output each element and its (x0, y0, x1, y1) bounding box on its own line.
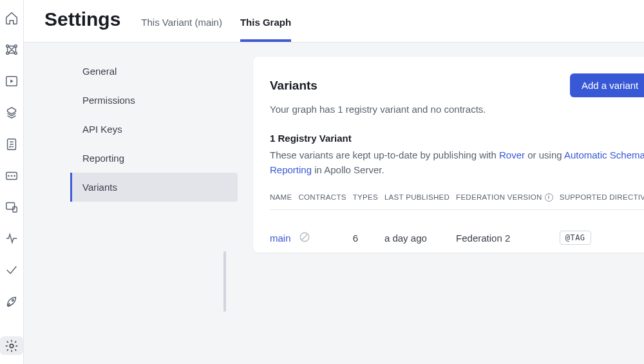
tab-this-variant[interactable]: This Variant (main) (141, 17, 222, 42)
svg-point-9 (14, 176, 15, 177)
checks-icon[interactable] (0, 261, 23, 280)
clients-icon[interactable] (0, 198, 23, 216)
svg-point-13 (10, 344, 14, 348)
sidenav-general[interactable]: General (70, 57, 238, 86)
svg-point-3 (15, 52, 17, 55)
col-federation-version: FEDERATION VERSION i (456, 188, 560, 210)
variants-table: NAME CONTRACTS TYPES LAST PUBLISHED FEDE… (270, 188, 644, 263)
sidenav-variants[interactable]: Variants (70, 173, 238, 202)
graph-icon[interactable] (0, 41, 23, 59)
svg-point-8 (11, 176, 12, 177)
col-name: NAME (270, 188, 298, 210)
add-variant-button-group: Add a variant (570, 73, 644, 97)
cell-last-published: a day ago (384, 209, 456, 263)
page-header: Settings This Variant (main) This Graph (24, 0, 644, 43)
sidenav-reporting[interactable]: Reporting (70, 144, 238, 173)
info-icon[interactable]: i (545, 193, 553, 202)
home-icon[interactable] (0, 9, 23, 28)
svg-point-0 (6, 45, 9, 48)
svg-rect-10 (6, 203, 15, 209)
cell-federation-version: Federation 2 (456, 209, 560, 263)
desc-text-2: or using (525, 149, 564, 160)
desc-text: These variants are kept up-to-date by pu… (270, 149, 499, 160)
launches-icon[interactable] (0, 292, 23, 311)
col-contracts: CONTRACTS (298, 188, 352, 210)
no-contracts-icon (298, 231, 311, 244)
directive-chip: @TAG (560, 231, 591, 245)
changelog-icon[interactable] (0, 135, 23, 153)
main-area: Settings This Variant (main) This Graph … (24, 0, 644, 364)
col-supported-directives: SUPPORTED DIRECTIVES (560, 188, 644, 210)
rover-link[interactable]: Rover (499, 149, 525, 160)
table-row: main 6 a day ago Federation 2 @TAG °°° (270, 209, 644, 263)
page-title: Settings (44, 8, 120, 42)
desc-text-3: in Apollo Server. (312, 164, 384, 175)
svg-point-2 (6, 52, 9, 55)
svg-point-12 (12, 300, 14, 302)
col-last-published: LAST PUBLISHED (384, 188, 456, 210)
fields-icon[interactable] (0, 166, 23, 185)
variant-name-link[interactable]: main (270, 233, 291, 244)
panel-title: Variants (270, 79, 317, 93)
svg-point-7 (8, 176, 9, 177)
scroll-indicator[interactable] (223, 251, 226, 312)
left-rail (0, 0, 24, 364)
operations-icon[interactable] (0, 229, 23, 248)
cell-types: 6 (353, 209, 384, 263)
settings-icon[interactable] (0, 336, 23, 355)
registry-heading: 1 Registry Variant (270, 133, 644, 144)
col-federation-version-label: FEDERATION VERSION (456, 193, 542, 201)
panel-subtitle: Your graph has 1 registry variant and no… (270, 104, 644, 115)
explorer-icon[interactable] (0, 72, 23, 91)
settings-sidenav: General Permissions API Keys Reporting V… (24, 57, 238, 350)
svg-point-1 (15, 45, 17, 48)
subgraphs-icon[interactable] (0, 103, 23, 122)
col-types: TYPES (353, 188, 384, 210)
header-tabs: This Variant (main) This Graph (141, 0, 291, 42)
sidenav-permissions[interactable]: Permissions (70, 86, 238, 115)
registry-description: These variants are kept up-to-date by pu… (270, 148, 644, 178)
tab-this-graph[interactable]: This Graph (240, 17, 291, 42)
sidenav-apikeys[interactable]: API Keys (70, 115, 238, 144)
add-variant-button[interactable]: Add a variant (570, 73, 644, 97)
variants-panel: Variants Add a variant Your graph has 1 … (253, 57, 644, 253)
